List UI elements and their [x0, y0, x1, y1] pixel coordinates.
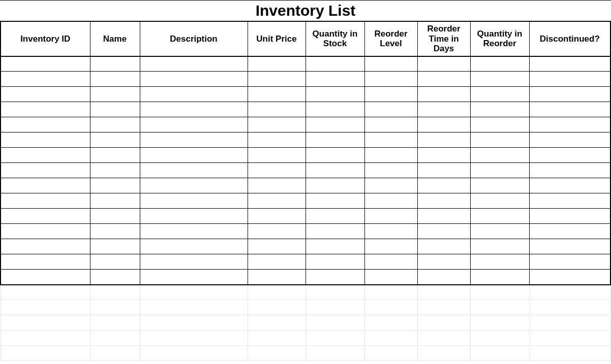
cell-reorder_time_in_days[interactable] [417, 148, 470, 163]
cell-unit_price[interactable] [248, 163, 306, 178]
cell-quantity_in_stock[interactable] [306, 270, 364, 285]
cell-description[interactable] [140, 133, 248, 148]
ghost-cell[interactable] [529, 315, 610, 330]
cell-reorder_level[interactable] [364, 133, 417, 148]
cell-unit_price[interactable] [248, 72, 306, 87]
ghost-cell[interactable] [306, 285, 364, 300]
cell-reorder_level[interactable] [364, 224, 417, 239]
cell-discontinued[interactable] [529, 163, 610, 178]
ghost-cell[interactable] [1, 346, 90, 361]
cell-quantity_in_reorder[interactable] [470, 72, 529, 87]
cell-discontinued[interactable] [529, 87, 610, 102]
cell-quantity_in_stock[interactable] [306, 178, 364, 193]
cell-unit_price[interactable] [248, 270, 306, 285]
cell-quantity_in_reorder[interactable] [470, 239, 529, 254]
ghost-cell[interactable] [470, 300, 529, 315]
cell-reorder_level[interactable] [364, 270, 417, 285]
cell-discontinued[interactable] [529, 224, 610, 239]
cell-quantity_in_stock[interactable] [306, 224, 364, 239]
cell-inventory_id[interactable] [1, 133, 90, 148]
cell-quantity_in_reorder[interactable] [470, 102, 529, 117]
cell-reorder_time_in_days[interactable] [417, 254, 470, 270]
ghost-cell[interactable] [306, 300, 364, 315]
ghost-cell[interactable] [1, 330, 90, 346]
cell-discontinued[interactable] [529, 102, 610, 117]
cell-unit_price[interactable] [248, 239, 306, 254]
cell-reorder_level[interactable] [364, 87, 417, 102]
ghost-cell[interactable] [364, 315, 417, 330]
ghost-cell[interactable] [248, 300, 306, 315]
cell-quantity_in_stock[interactable] [306, 239, 364, 254]
cell-inventory_id[interactable] [1, 148, 90, 163]
cell-reorder_time_in_days[interactable] [417, 239, 470, 254]
cell-reorder_level[interactable] [364, 72, 417, 87]
cell-description[interactable] [140, 102, 248, 117]
cell-discontinued[interactable] [529, 193, 610, 209]
cell-unit_price[interactable] [248, 209, 306, 224]
cell-quantity_in_stock[interactable] [306, 72, 364, 87]
cell-name[interactable] [90, 224, 140, 239]
cell-unit_price[interactable] [248, 102, 306, 117]
ghost-cell[interactable] [90, 300, 140, 315]
ghost-cell[interactable] [470, 346, 529, 361]
cell-name[interactable] [90, 270, 140, 285]
cell-reorder_level[interactable] [364, 193, 417, 209]
cell-quantity_in_stock[interactable] [306, 133, 364, 148]
cell-name[interactable] [90, 102, 140, 117]
cell-name[interactable] [90, 117, 140, 133]
ghost-cell[interactable] [364, 330, 417, 346]
cell-description[interactable] [140, 209, 248, 224]
cell-reorder_level[interactable] [364, 209, 417, 224]
cell-description[interactable] [140, 254, 248, 270]
cell-name[interactable] [90, 193, 140, 209]
ghost-cell[interactable] [529, 285, 610, 300]
cell-quantity_in_reorder[interactable] [470, 56, 529, 72]
cell-unit_price[interactable] [248, 193, 306, 209]
cell-quantity_in_reorder[interactable] [470, 148, 529, 163]
cell-reorder_level[interactable] [364, 56, 417, 72]
cell-quantity_in_stock[interactable] [306, 193, 364, 209]
ghost-cell[interactable] [1, 285, 90, 300]
cell-description[interactable] [140, 224, 248, 239]
ghost-cell[interactable] [90, 346, 140, 361]
cell-unit_price[interactable] [248, 254, 306, 270]
cell-reorder_time_in_days[interactable] [417, 163, 470, 178]
cell-unit_price[interactable] [248, 87, 306, 102]
cell-unit_price[interactable] [248, 178, 306, 193]
cell-discontinued[interactable] [529, 254, 610, 270]
cell-name[interactable] [90, 254, 140, 270]
cell-inventory_id[interactable] [1, 209, 90, 224]
ghost-cell[interactable] [529, 346, 610, 361]
cell-quantity_in_stock[interactable] [306, 56, 364, 72]
cell-reorder_time_in_days[interactable] [417, 209, 470, 224]
cell-reorder_time_in_days[interactable] [417, 72, 470, 87]
cell-name[interactable] [90, 239, 140, 254]
ghost-cell[interactable] [140, 330, 248, 346]
cell-reorder_time_in_days[interactable] [417, 224, 470, 239]
cell-reorder_time_in_days[interactable] [417, 102, 470, 117]
cell-inventory_id[interactable] [1, 270, 90, 285]
cell-reorder_level[interactable] [364, 148, 417, 163]
ghost-cell[interactable] [140, 285, 248, 300]
cell-reorder_level[interactable] [364, 178, 417, 193]
cell-quantity_in_reorder[interactable] [470, 117, 529, 133]
ghost-cell[interactable] [417, 330, 470, 346]
cell-inventory_id[interactable] [1, 56, 90, 72]
ghost-cell[interactable] [140, 315, 248, 330]
cell-name[interactable] [90, 163, 140, 178]
cell-name[interactable] [90, 178, 140, 193]
cell-discontinued[interactable] [529, 133, 610, 148]
ghost-cell[interactable] [364, 285, 417, 300]
cell-quantity_in_reorder[interactable] [470, 87, 529, 102]
cell-description[interactable] [140, 178, 248, 193]
cell-discontinued[interactable] [529, 56, 610, 72]
cell-description[interactable] [140, 163, 248, 178]
cell-quantity_in_stock[interactable] [306, 117, 364, 133]
ghost-cell[interactable] [90, 330, 140, 346]
ghost-cell[interactable] [248, 346, 306, 361]
ghost-cell[interactable] [470, 315, 529, 330]
cell-name[interactable] [90, 72, 140, 87]
ghost-cell[interactable] [90, 285, 140, 300]
cell-inventory_id[interactable] [1, 72, 90, 87]
ghost-cell[interactable] [417, 346, 470, 361]
